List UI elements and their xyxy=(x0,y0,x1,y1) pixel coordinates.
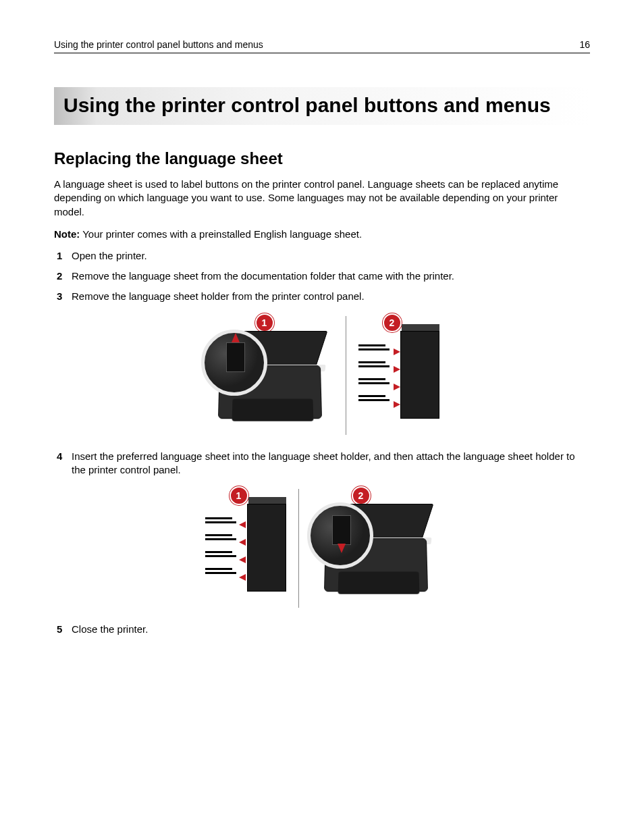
figure-col: 1 xyxy=(193,489,298,608)
figure-col: 1 xyxy=(193,316,346,435)
figure-col: 2 xyxy=(298,489,452,608)
steps-list: Close the printer. xyxy=(54,623,590,636)
step-item: Remove the language sheet holder from th… xyxy=(54,290,590,303)
arrow-left-icon xyxy=(394,366,400,373)
arrow-right-icon xyxy=(239,539,246,546)
chapter-title: Using the printer control panel buttons … xyxy=(54,87,590,125)
note-label: Note: xyxy=(54,228,80,240)
printer-illustration xyxy=(311,497,439,605)
arrow-left-icon xyxy=(394,384,400,390)
step-item: Remove the language sheet from the docum… xyxy=(54,269,590,283)
panel-illustration xyxy=(205,497,286,605)
arrow-up-icon xyxy=(232,333,240,342)
document-page: Using the printer control panel buttons … xyxy=(0,0,644,670)
running-title: Using the printer control panel buttons … xyxy=(54,39,263,50)
step-item: Insert the preferred language sheet into… xyxy=(54,450,590,477)
panel-illustration xyxy=(358,324,439,432)
figure-col: 2 xyxy=(346,316,452,435)
section-title: Replacing the language sheet xyxy=(54,149,590,168)
arrow-down-icon xyxy=(338,544,346,553)
intro-paragraph: A language sheet is used to label button… xyxy=(54,178,590,219)
steps-list: Open the printer. Remove the language sh… xyxy=(54,249,590,304)
arrow-left-icon xyxy=(394,348,400,355)
arrow-right-icon xyxy=(239,574,246,581)
running-header: Using the printer control panel buttons … xyxy=(54,39,590,53)
printer-illustration xyxy=(205,324,333,432)
magnifier-icon xyxy=(307,502,373,569)
step-item: Open the printer. xyxy=(54,249,590,263)
steps-list: Insert the preferred language sheet into… xyxy=(54,450,590,477)
arrow-right-icon xyxy=(239,521,246,528)
note-paragraph: Note: Your printer comes with a preinsta… xyxy=(54,228,590,240)
step-item: Close the printer. xyxy=(54,623,590,636)
magnifier-icon xyxy=(201,330,267,396)
page-number: 16 xyxy=(579,39,590,50)
arrow-left-icon xyxy=(394,401,400,408)
figure-insert-holder: 1 2 xyxy=(54,489,590,608)
note-text: Your printer comes with a preinstalled E… xyxy=(80,228,362,240)
figure-remove-holder: 1 2 xyxy=(54,316,590,435)
arrow-right-icon xyxy=(239,556,246,563)
